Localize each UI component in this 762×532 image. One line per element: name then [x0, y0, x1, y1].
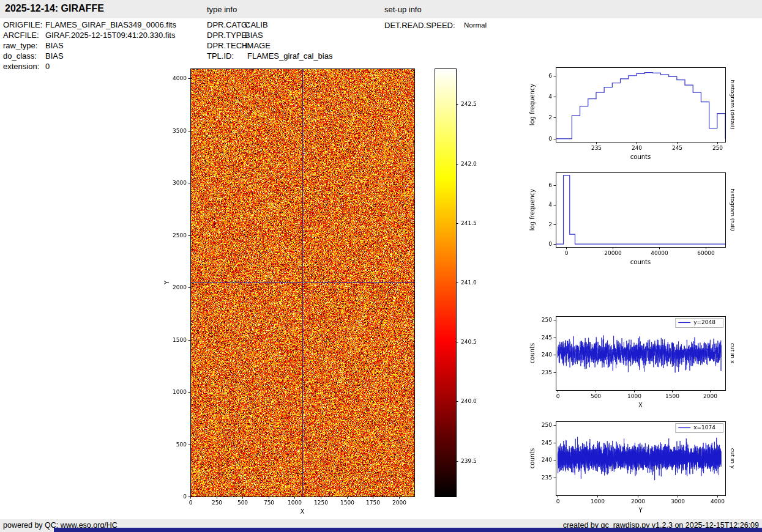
- doclass-label: do_class:: [3, 51, 37, 61]
- arcfile-value: GIRAF.2025-12-15T09:41:20.330.fits: [45, 31, 175, 40]
- histogram-detail-plot: [523, 58, 734, 163]
- header-bar: 2025-12-14: GIRAFFE type info set-up inf…: [0, 0, 762, 18]
- rawtype-value: BIAS: [45, 41, 64, 50]
- origfile-value: FLAMES_GIRAF_BIAS349_0006.fits: [45, 20, 176, 29]
- extension-label: extension:: [3, 62, 39, 71]
- extension-value: 0: [45, 62, 50, 71]
- dpr-type-value: BIAS: [245, 31, 263, 40]
- doclass-value: BIAS: [45, 51, 64, 61]
- dpr-catg-label: DPR.CATG:: [207, 20, 250, 29]
- dpr-tech-value: IMAGE: [245, 41, 271, 50]
- cut-in-y-plot: [523, 411, 734, 518]
- cut-in-x-plot: [523, 306, 734, 413]
- colorbar: [422, 58, 493, 504]
- read-speed-value: Normal: [464, 21, 487, 29]
- setup-info-header: set-up info: [384, 5, 422, 14]
- origfile-label: ORIGFILE:: [3, 20, 42, 29]
- type-info-header: type info: [207, 5, 237, 14]
- read-speed-label: DET.READ.SPEED:: [384, 21, 455, 30]
- dpr-type-label: DPR.TYPE:: [207, 31, 249, 40]
- page-title: 2025-12-14: GIRAFFE: [5, 3, 104, 14]
- bias-image-plot: [147, 58, 435, 523]
- dpr-catg-value: CALIB: [245, 20, 268, 29]
- qc-report-page: 2025-12-14: GIRAFFE type info set-up inf…: [0, 0, 762, 532]
- histogram-full-plot: [523, 163, 734, 268]
- bottom-strip: [54, 528, 762, 532]
- rawtype-label: raw_type:: [3, 41, 37, 50]
- arcfile-label: ARCFILE:: [3, 31, 39, 40]
- dpr-tech-label: DPR.TECH:: [207, 41, 250, 50]
